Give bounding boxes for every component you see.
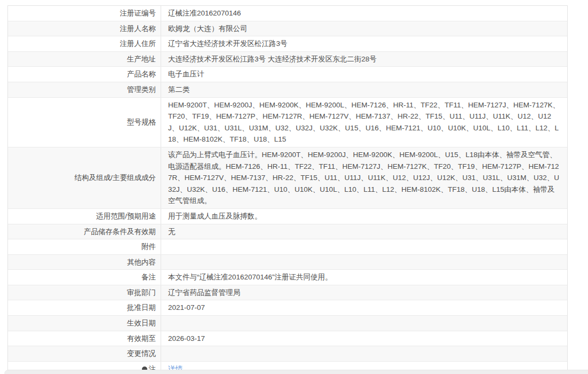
row-label: 结构及组成/主要组成成分 [8, 147, 161, 208]
row-value: 无 [161, 224, 567, 239]
row-value: 辽宁省大连经济技术开发区松江路3号 [161, 36, 567, 51]
row-label: 管理类别 [8, 82, 161, 97]
row-label: 审批部门 [8, 285, 161, 300]
row-value-text: 辽械注准20162070146 [168, 7, 241, 19]
row-value: 2026-03-17 [161, 331, 567, 346]
table-row: 结构及组成/主要组成成分该产品为上臂式电子血压计。HEM-9200T、HEM-9… [8, 147, 567, 209]
row-value: 本文件与“辽械注准20162070146”注册证共同使用。 [161, 270, 567, 285]
row-label: 批准日期 [8, 300, 161, 315]
row-label: 生效日期 [8, 316, 161, 331]
table-row: 批准日期2021-07-07 [8, 300, 567, 316]
table-row: 注册人住所辽宁省大连经济技术开发区松江路3号 [8, 36, 567, 52]
row-value-text: HEM-9200T、HEM-9200J、HEM-9200K、HEM-9200L、… [168, 99, 562, 145]
row-label-text: 产品储存条件及有效期 [84, 226, 156, 238]
row-label: 注册人名称 [8, 21, 161, 36]
row-label-text: 变更情况 [127, 348, 156, 360]
row-value-text: 2021-07-07 [168, 302, 205, 314]
row-value: 2021-07-07 [161, 300, 567, 315]
table-row: 其他内容 [8, 255, 567, 270]
row-label-text: 适用范围/预期用途 [96, 211, 156, 222]
table-row: 产品储存条件及有效期无 [8, 224, 567, 240]
row-label-text: 注册人名称 [120, 23, 156, 35]
row-value-text: 辽宁省大连经济技术开发区松江路3号 [168, 38, 288, 50]
row-label: 附件 [8, 239, 161, 254]
table-row: 审批部门辽宁省药品监督管理局 [8, 285, 567, 301]
row-label: 备注 [8, 270, 161, 285]
row-label: 产品储存条件及有效期 [8, 224, 161, 239]
table-row: 生产地址大连经济技术开发区松江路3号 大连经济技术开发区东北二街28号 [8, 52, 567, 67]
row-label: 生产地址 [8, 52, 161, 67]
row-value-text: 欧姆龙（大连）有限公司 [168, 23, 248, 35]
row-label-text: 其他内容 [127, 256, 156, 268]
table-row: 生效日期 [8, 316, 567, 331]
row-label-text: 注册人住所 [120, 38, 156, 50]
row-value: 辽械注准20162070146 [161, 6, 567, 21]
row-value: 辽宁省药品监督管理局 [161, 285, 567, 300]
row-label-text: 结构及组成/主要组成成分 [75, 172, 156, 184]
row-value [161, 316, 567, 331]
table-row: 附件 [8, 239, 567, 255]
row-label-text: 产品名称 [127, 68, 156, 80]
row-value-text: 第二类 [168, 84, 190, 96]
row-value-text: 该产品为上臂式电子血压计。HEM-9200T、HEM-9200J、HEM-920… [168, 149, 562, 207]
footer-panel-edge [4, 370, 588, 374]
row-label: 注册证编号 [8, 6, 161, 21]
table-row: 变更情况 [8, 346, 567, 362]
row-value-text: 无 [168, 226, 176, 238]
row-label-text: 生效日期 [127, 317, 156, 329]
row-value: 电子血压计 [161, 67, 567, 82]
table-row: 管理类别第二类 [8, 82, 567, 98]
row-label-text: 附件 [141, 241, 156, 253]
row-value-text: 电子血压计 [168, 68, 204, 80]
row-value-text: 本文件与“辽械注准20162070146”注册证共同使用。 [168, 271, 332, 283]
row-label: 变更情况 [8, 346, 161, 361]
row-value: 大连经济技术开发区松江路3号 大连经济技术开发区东北二街28号 [161, 52, 567, 67]
row-value [161, 255, 567, 270]
row-label-text: 批准日期 [127, 302, 156, 314]
row-label: 其他内容 [8, 255, 161, 270]
registration-info-table: 注册证编号辽械注准20162070146注册人名称欧姆龙（大连）有限公司注册人住… [7, 5, 568, 374]
row-value [161, 346, 567, 361]
table-row: 注册人名称欧姆龙（大连）有限公司 [8, 21, 567, 37]
row-value-text: 辽宁省药品监督管理局 [168, 287, 240, 299]
table-row: 备注本文件与“辽械注准20162070146”注册证共同使用。 [8, 270, 567, 285]
row-label: 注册人住所 [8, 36, 161, 51]
row-value [161, 239, 567, 254]
table-row: 型号规格HEM-9200T、HEM-9200J、HEM-9200K、HEM-92… [8, 98, 567, 147]
table-row: 注册证编号辽械注准20162070146 [8, 6, 567, 21]
row-value: 该产品为上臂式电子血压计。HEM-9200T、HEM-9200J、HEM-920… [161, 147, 567, 208]
row-value-text: 2026-03-17 [168, 333, 205, 345]
row-label: 产品名称 [8, 67, 161, 82]
table-row: 有效期至2026-03-17 [8, 331, 567, 347]
row-value: HEM-9200T、HEM-9200J、HEM-9200K、HEM-9200L、… [161, 98, 567, 147]
row-value-text: 用于测量成人血压及脉搏数。 [168, 211, 262, 222]
row-label-text: 型号规格 [127, 116, 156, 128]
row-value: 用于测量成人血压及脉搏数。 [161, 209, 567, 224]
row-label: 适用范围/预期用途 [8, 209, 161, 224]
row-label-text: 备注 [141, 271, 156, 283]
row-label-text: 审批部门 [127, 287, 156, 299]
row-value: 第二类 [161, 82, 567, 97]
table-row: 产品名称电子血压计 [8, 67, 567, 82]
row-label-text: 注册证编号 [120, 7, 156, 19]
row-label: 有效期至 [8, 331, 161, 346]
row-label-text: 有效期至 [127, 333, 156, 345]
row-label-text: 生产地址 [127, 53, 156, 65]
row-label: 型号规格 [8, 98, 161, 147]
row-value: 欧姆龙（大连）有限公司 [161, 21, 567, 36]
row-label-text: 管理类别 [127, 84, 156, 96]
table-row: 适用范围/预期用途用于测量成人血压及脉搏数。 [8, 209, 567, 224]
row-value-text: 大连经济技术开发区松江路3号 大连经济技术开发区东北二街28号 [168, 53, 377, 65]
